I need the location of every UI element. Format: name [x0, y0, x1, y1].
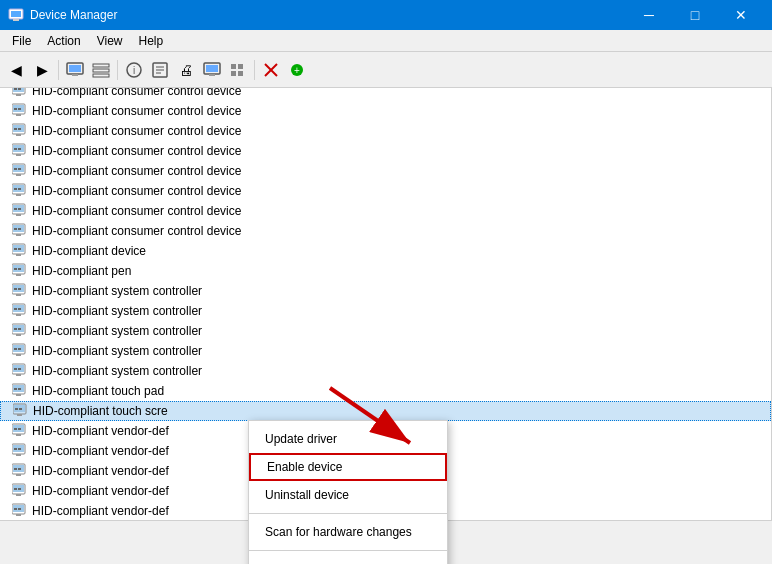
device-name-label: HID-compliant vendor-def	[32, 444, 169, 458]
svg-rect-135	[18, 488, 21, 490]
svg-rect-63	[16, 214, 21, 216]
svg-rect-104	[14, 368, 17, 370]
device-name-label: HID-compliant touch scre	[33, 404, 168, 418]
svg-rect-60	[18, 188, 21, 190]
context-menu-item-properties[interactable]: Properties	[249, 555, 447, 564]
toolbar-sep-1	[58, 60, 59, 80]
device-icon	[12, 163, 28, 179]
svg-rect-4	[69, 65, 81, 72]
svg-rect-68	[16, 234, 21, 236]
svg-rect-90	[18, 308, 21, 310]
toolbar-info-btn[interactable]: i	[122, 58, 146, 82]
context-menu-item-uninstall-device[interactable]: Uninstall device	[249, 481, 447, 509]
toolbar-refresh-btn[interactable]: +	[285, 58, 309, 82]
device-item[interactable]: HID-compliant touch scre	[0, 401, 771, 421]
svg-rect-16	[206, 65, 218, 72]
title-bar: Device Manager ─ □ ✕	[0, 0, 772, 30]
svg-rect-35	[18, 88, 21, 90]
svg-rect-19	[231, 71, 236, 76]
svg-rect-103	[16, 374, 21, 376]
menu-help[interactable]: Help	[131, 30, 172, 51]
close-button[interactable]: ✕	[718, 0, 764, 30]
svg-rect-40	[18, 108, 21, 110]
device-name-label: HID-compliant pen	[32, 264, 131, 278]
device-item[interactable]: HID-compliant system controller	[0, 341, 771, 361]
device-item[interactable]: HID-compliant consumer control device	[0, 221, 771, 241]
svg-rect-18	[231, 64, 236, 69]
device-icon	[12, 143, 28, 159]
device-item[interactable]: HID-compliant system controller	[0, 301, 771, 321]
svg-rect-94	[14, 328, 17, 330]
device-item[interactable]: HID-compliant system controller	[0, 321, 771, 341]
device-item[interactable]: HID-compliant system controller	[0, 361, 771, 381]
device-item[interactable]: HID-compliant touch pad	[0, 381, 771, 401]
toolbar-props-btn[interactable]	[148, 58, 172, 82]
svg-rect-34	[14, 88, 17, 90]
context-menu-separator	[249, 550, 447, 551]
menu-action[interactable]: Action	[39, 30, 88, 51]
svg-rect-100	[18, 348, 21, 350]
svg-rect-2	[13, 19, 19, 21]
toolbar-remove-btn[interactable]	[259, 58, 283, 82]
svg-rect-139	[14, 508, 17, 510]
menu-file[interactable]: File	[4, 30, 39, 51]
device-icon	[12, 263, 28, 279]
svg-rect-64	[14, 208, 17, 210]
device-item[interactable]: HID-compliant consumer control device	[0, 141, 771, 161]
svg-rect-88	[16, 314, 21, 316]
svg-rect-133	[16, 494, 21, 496]
device-item[interactable]: HID-compliant consumer control device	[0, 88, 771, 101]
context-menu-item-update-driver[interactable]: Update driver	[249, 425, 447, 453]
device-name-label: HID-compliant device	[32, 244, 146, 258]
back-button[interactable]: ◀	[4, 58, 28, 82]
svg-text:i: i	[133, 65, 135, 76]
minimize-button[interactable]: ─	[626, 0, 672, 30]
svg-rect-118	[16, 434, 21, 436]
toolbar-print-btn[interactable]: 🖨	[174, 58, 198, 82]
device-icon	[13, 403, 29, 419]
svg-rect-98	[16, 354, 21, 356]
svg-rect-120	[18, 428, 21, 430]
device-icon	[12, 123, 28, 139]
svg-rect-99	[14, 348, 17, 350]
device-icon	[12, 503, 28, 519]
svg-rect-138	[16, 514, 21, 516]
svg-rect-21	[238, 71, 243, 76]
device-name-label: HID-compliant touch pad	[32, 384, 164, 398]
context-menu-item-scan-hardware[interactable]: Scan for hardware changes	[249, 518, 447, 546]
svg-rect-50	[18, 148, 21, 150]
device-icon	[12, 243, 28, 259]
device-name-label: HID-compliant consumer control device	[32, 124, 241, 138]
svg-rect-84	[14, 288, 17, 290]
context-menu-separator	[249, 513, 447, 514]
device-item[interactable]: HID-compliant consumer control device	[0, 201, 771, 221]
device-item[interactable]: HID-compliant consumer control device	[0, 101, 771, 121]
context-menu-item-enable-device[interactable]: Enable device	[249, 453, 447, 481]
svg-rect-105	[18, 368, 21, 370]
toolbar-monitor-btn[interactable]	[200, 58, 224, 82]
device-icon	[12, 223, 28, 239]
window-controls: ─ □ ✕	[626, 0, 764, 30]
svg-rect-140	[18, 508, 21, 510]
device-item[interactable]: HID-compliant consumer control device	[0, 161, 771, 181]
svg-rect-6	[93, 64, 109, 67]
maximize-button[interactable]: □	[672, 0, 718, 30]
device-item[interactable]: HID-compliant system controller	[0, 281, 771, 301]
main-content: HID-compliant consumer control device HI…	[0, 88, 772, 542]
svg-rect-89	[14, 308, 17, 310]
toolbar-list-btn[interactable]	[89, 58, 113, 82]
svg-rect-110	[18, 388, 21, 390]
toolbar-device-btn[interactable]	[226, 58, 250, 82]
toolbar-computer-btn[interactable]	[63, 58, 87, 82]
menu-view[interactable]: View	[89, 30, 131, 51]
svg-rect-125	[18, 448, 21, 450]
device-item[interactable]: HID-compliant consumer control device	[0, 121, 771, 141]
device-item[interactable]: HID-compliant consumer control device	[0, 181, 771, 201]
device-icon	[12, 303, 28, 319]
device-item[interactable]: HID-compliant device	[0, 241, 771, 261]
device-item[interactable]: HID-compliant pen	[0, 261, 771, 281]
svg-rect-49	[14, 148, 17, 150]
device-icon	[12, 103, 28, 119]
forward-button[interactable]: ▶	[30, 58, 54, 82]
svg-rect-44	[14, 128, 17, 130]
